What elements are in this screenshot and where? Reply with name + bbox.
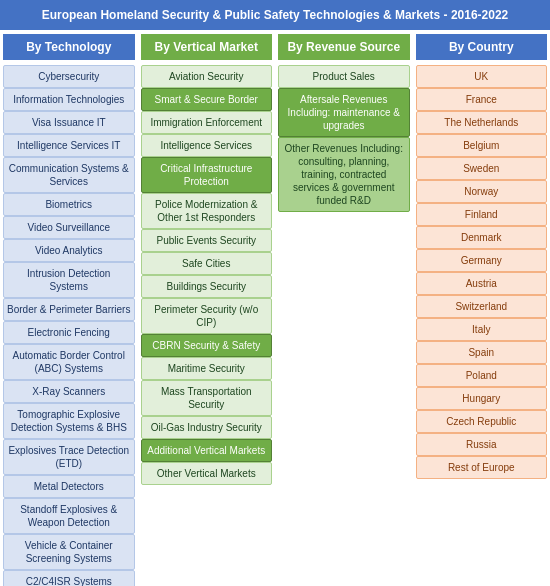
- revenue-header: By Revenue Source: [278, 34, 410, 60]
- technology-item: Tomographic Explosive Detection Systems …: [3, 403, 135, 439]
- country-item: Rest of Europe: [416, 456, 548, 479]
- vertical-item: Smart & Secure Border: [141, 88, 273, 111]
- country-item: Norway: [416, 180, 548, 203]
- country-item: Germany: [416, 249, 548, 272]
- country-item: Finland: [416, 203, 548, 226]
- vertical-item: Immigration Enforcement: [141, 111, 273, 134]
- vertical-item: Mass Transportation Security: [141, 380, 273, 416]
- country-item: France: [416, 88, 548, 111]
- country-item: Spain: [416, 341, 548, 364]
- technology-item: Border & Perimeter Barriers: [3, 298, 135, 321]
- vertical-item: Police Modernization & Other 1st Respond…: [141, 193, 273, 229]
- technology-item: Visa Issuance IT: [3, 111, 135, 134]
- technology-item: Automatic Border Control (ABC) Systems: [3, 344, 135, 380]
- vertical-item: Maritime Security: [141, 357, 273, 380]
- technology-item: Metal Detectors: [3, 475, 135, 498]
- technology-item: Biometrics: [3, 193, 135, 216]
- revenue-item: Aftersale Revenues Including: maintenanc…: [278, 88, 410, 137]
- vertical-item: Safe Cities: [141, 252, 273, 275]
- vertical-item: Additional Vertical Markets: [141, 439, 273, 462]
- vertical-item: Oil-Gas Industry Security: [141, 416, 273, 439]
- technology-items: CybersecurityInformation TechnologiesVis…: [3, 65, 135, 586]
- vertical-item: Intelligence Services: [141, 134, 273, 157]
- vertical-items: Aviation SecuritySmart & Secure BorderIm…: [141, 65, 273, 485]
- technology-item: Video Analytics: [3, 239, 135, 262]
- country-item: Italy: [416, 318, 548, 341]
- revenue-column: By Revenue Source Product SalesAftersale…: [275, 30, 413, 586]
- technology-header: By Technology: [3, 34, 135, 60]
- country-item: Austria: [416, 272, 548, 295]
- technology-item: C2/C4ISR Systems: [3, 570, 135, 586]
- vertical-item: Public Events Security: [141, 229, 273, 252]
- country-items: UKFranceThe NetherlandsBelgiumSwedenNorw…: [416, 65, 548, 479]
- vertical-item: Perimeter Security (w/o CIP): [141, 298, 273, 334]
- vertical-item: Aviation Security: [141, 65, 273, 88]
- vertical-item: Buildings Security: [141, 275, 273, 298]
- technology-item: Communication Systems & Services: [3, 157, 135, 193]
- country-item: The Netherlands: [416, 111, 548, 134]
- vertical-column: By Vertical Market Aviation SecuritySmar…: [138, 30, 276, 586]
- vertical-header: By Vertical Market: [141, 34, 273, 60]
- technology-item: X-Ray Scanners: [3, 380, 135, 403]
- technology-column: By Technology CybersecurityInformation T…: [0, 30, 138, 586]
- technology-item: Intrusion Detection Systems: [3, 262, 135, 298]
- revenue-item: Other Revenues Including: consulting, pl…: [278, 137, 410, 212]
- technology-item: Electronic Fencing: [3, 321, 135, 344]
- country-item: Denmark: [416, 226, 548, 249]
- country-item: Hungary: [416, 387, 548, 410]
- technology-item: Explosives Trace Detection (ETD): [3, 439, 135, 475]
- revenue-item: Product Sales: [278, 65, 410, 88]
- country-item: UK: [416, 65, 548, 88]
- country-header: By Country: [416, 34, 548, 60]
- main-title: European Homeland Security & Public Safe…: [0, 0, 550, 30]
- technology-item: Standoff Explosives & Weapon Detection: [3, 498, 135, 534]
- country-item: Switzerland: [416, 295, 548, 318]
- technology-item: Vehicle & Container Screening Systems: [3, 534, 135, 570]
- country-item: Russia: [416, 433, 548, 456]
- country-item: Sweden: [416, 157, 548, 180]
- vertical-item: Critical Infrastructure Protection: [141, 157, 273, 193]
- vertical-item: CBRN Security & Safety: [141, 334, 273, 357]
- revenue-items: Product SalesAftersale Revenues Includin…: [278, 65, 410, 212]
- technology-item: Intelligence Services IT: [3, 134, 135, 157]
- country-item: Belgium: [416, 134, 548, 157]
- country-item: Poland: [416, 364, 548, 387]
- technology-item: Video Surveillance: [3, 216, 135, 239]
- vertical-item: Other Vertical Markets: [141, 462, 273, 485]
- country-column: By Country UKFranceThe NetherlandsBelgiu…: [413, 30, 551, 586]
- technology-item: Cybersecurity: [3, 65, 135, 88]
- country-item: Czech Republic: [416, 410, 548, 433]
- technology-item: Information Technologies: [3, 88, 135, 111]
